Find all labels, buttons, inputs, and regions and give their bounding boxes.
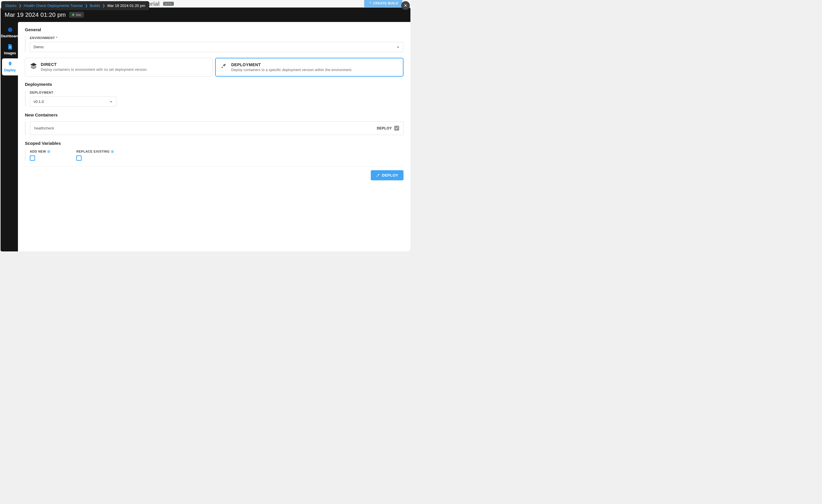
content-panel: General ENVIRONMENT* Demo DIRECT [18, 22, 410, 251]
chevron-right-icon: ❯ [19, 4, 21, 8]
svg-point-1 [10, 29, 10, 30]
live-badge: live [69, 12, 84, 18]
card-deployment[interactable]: DEPLOYMENT Deploy containers to a specif… [215, 58, 404, 77]
breadcrumb-stacks[interactable]: Stacks [5, 3, 16, 8]
gauge-icon [7, 27, 13, 33]
card-deployment-title: DEPLOYMENT [232, 62, 353, 67]
file-icon: 01 [7, 44, 13, 50]
chevron-right-icon: ❯ [102, 4, 105, 8]
check-icon [395, 127, 398, 130]
breadcrumb: Stacks ❯ Health Check Deployments Tutori… [1, 1, 149, 10]
deploy-button[interactable]: DEPLOY [371, 170, 403, 180]
environment-value: Demo [34, 45, 44, 49]
create-build-button[interactable]: CREATE BUILD [364, 0, 402, 7]
section-scoped: ADD NEW i REPLACE EXISTING i [25, 150, 403, 161]
section-containers: healthcheck DEPLOY [25, 121, 403, 135]
rocket-icon [221, 63, 227, 69]
breadcrumb-current: Mar 19 2024 01:20 pm [107, 3, 145, 8]
add-new-checkbox[interactable] [30, 155, 35, 161]
environment-select[interactable]: Demo [30, 42, 403, 52]
chevron-down-icon [109, 100, 113, 103]
chevron-down-icon [396, 45, 400, 49]
container-name: healthcheck [34, 126, 54, 130]
modal-title: Mar 19 2024 01:20 pm [5, 11, 66, 18]
live-dot-icon [72, 14, 74, 16]
tab-dashboard-label: Dashboard [1, 34, 19, 38]
tab-deploy[interactable]: Deploy [2, 58, 18, 75]
close-icon [404, 4, 407, 7]
tab-dashboard[interactable]: Dashboard [2, 24, 18, 41]
card-direct-title: DIRECT [41, 62, 147, 67]
layers-icon [30, 63, 37, 69]
rocket-icon [7, 61, 13, 67]
info-icon[interactable]: i [47, 150, 50, 153]
tab-deploy-label: Deploy [4, 68, 16, 72]
deployment-value: v0.1.0 [34, 99, 44, 104]
section-deployments-title: Deployments [25, 82, 403, 87]
section-general-title: General [25, 27, 403, 32]
tab-images[interactable]: 01 Images [2, 41, 18, 58]
replace-existing-checkbox[interactable] [76, 155, 81, 161]
deployment-select[interactable]: v0.1.0 [30, 97, 116, 107]
section-general: ENVIRONMENT* Demo [25, 36, 403, 52]
chevron-right-icon: ❯ [85, 4, 88, 8]
environment-label: ENVIRONMENT* [30, 36, 403, 40]
card-direct[interactable]: DIRECT Deploy containers to environment … [25, 58, 213, 77]
info-icon[interactable]: i [111, 150, 114, 153]
close-button[interactable] [401, 1, 410, 10]
tab-images-label: Images [4, 51, 16, 55]
deployment-label: DEPLOYMENT [30, 91, 403, 94]
replace-existing-label: REPLACE EXISTING i [76, 150, 114, 153]
svg-text:01: 01 [9, 46, 11, 48]
breadcrumb-builds[interactable]: Builds [90, 3, 100, 8]
section-containers-title: New Containers [25, 112, 403, 117]
container-deploy-label: DEPLOY [377, 126, 392, 130]
container-row: healthcheck DEPLOY [30, 121, 403, 135]
section-scoped-title: Scoped Variables [25, 141, 403, 146]
footer: DEPLOY [25, 166, 403, 180]
section-deployments: DEPLOYMENT v0.1.0 [25, 91, 403, 107]
add-new-label: ADD NEW i [30, 150, 50, 153]
rocket-icon [376, 173, 380, 177]
bg-live-badge: live [163, 2, 174, 6]
build-modal: Mar 19 2024 01:20 pm live Dashboard 01 I… [1, 8, 410, 251]
card-direct-desc: Deploy containers to environment with no… [41, 68, 147, 72]
hammer-icon [368, 1, 372, 5]
container-deploy-checkbox[interactable] [394, 126, 399, 131]
card-deployment-desc: Deploy containers to a specific deployme… [232, 68, 353, 72]
sidebar-tabs: Dashboard 01 Images Deploy [1, 22, 18, 251]
breadcrumb-tutorial[interactable]: Health Check Deployments Tutorial [24, 3, 83, 8]
